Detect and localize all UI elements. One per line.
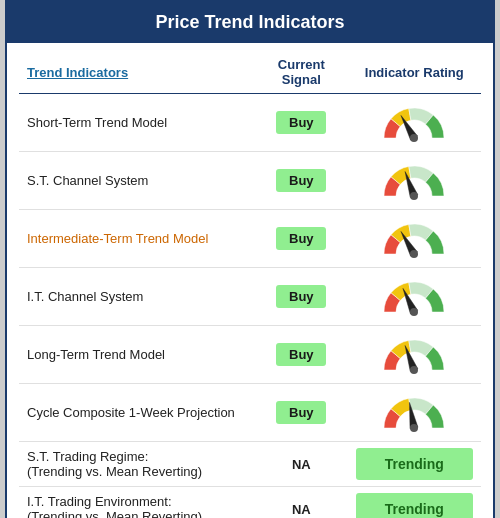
- table-row: S.T. Channel SystemBuy: [19, 152, 481, 210]
- indicator-name: Cycle Composite 1-Week Projection: [19, 384, 255, 442]
- svg-point-4: [410, 366, 418, 374]
- price-trend-card: Price Trend Indicators Trend Indicators …: [5, 0, 495, 518]
- table-row: Short-Term Trend ModelBuy: [19, 94, 481, 152]
- indicator-name: I.T. Trading Environment:(Trending vs. M…: [19, 487, 255, 519]
- col-header-indicators: Trend Indicators: [19, 51, 255, 94]
- rating-cell: Trending: [348, 487, 481, 519]
- signal-cell: NA: [255, 487, 347, 519]
- signal-badge: Buy: [276, 343, 326, 366]
- gauge: [356, 390, 473, 435]
- signal-badge: Buy: [276, 285, 326, 308]
- signal-badge: Buy: [276, 111, 326, 134]
- gauge: [356, 216, 473, 261]
- rating-cell: [348, 210, 481, 268]
- rating-cell: [348, 326, 481, 384]
- gauge: [356, 274, 473, 319]
- svg-point-2: [410, 250, 418, 258]
- signal-cell: Buy: [255, 384, 347, 442]
- signal-cell: NA: [255, 442, 347, 487]
- indicators-table: Trend Indicators Current Signal Indicato…: [19, 51, 481, 518]
- table-row: Long-Term Trend ModelBuy: [19, 326, 481, 384]
- gauge: [356, 100, 473, 145]
- indicator-name: S.T. Channel System: [19, 152, 255, 210]
- rating-cell: [348, 384, 481, 442]
- indicator-name: I.T. Channel System: [19, 268, 255, 326]
- table-row: I.T. Channel SystemBuy: [19, 268, 481, 326]
- indicator-name: Short-Term Trend Model: [19, 94, 255, 152]
- table-container: Trend Indicators Current Signal Indicato…: [7, 43, 493, 518]
- svg-point-1: [410, 192, 418, 200]
- signal-cell: Buy: [255, 94, 347, 152]
- signal-cell: Buy: [255, 268, 347, 326]
- rating-cell: [348, 152, 481, 210]
- signal-cell: Buy: [255, 326, 347, 384]
- svg-point-3: [410, 308, 418, 316]
- signal-cell: Buy: [255, 152, 347, 210]
- signal-badge: Buy: [276, 401, 326, 424]
- table-row: S.T. Trading Regime:(Trending vs. Mean R…: [19, 442, 481, 487]
- indicator-name: Long-Term Trend Model: [19, 326, 255, 384]
- rating-badge: Trending: [356, 448, 473, 480]
- table-row: Intermediate-Term Trend ModelBuy: [19, 210, 481, 268]
- trend-indicators-link[interactable]: Trend Indicators: [27, 65, 128, 80]
- table-row: I.T. Trading Environment:(Trending vs. M…: [19, 487, 481, 519]
- signal-cell: Buy: [255, 210, 347, 268]
- col-header-rating: Indicator Rating: [348, 51, 481, 94]
- rating-cell: [348, 268, 481, 326]
- rating-cell: [348, 94, 481, 152]
- indicator-name: S.T. Trading Regime:(Trending vs. Mean R…: [19, 442, 255, 487]
- gauge: [356, 158, 473, 203]
- svg-point-0: [410, 134, 418, 142]
- svg-point-5: [410, 424, 418, 432]
- col-header-signal: Current Signal: [255, 51, 347, 94]
- indicator-name: Intermediate-Term Trend Model: [19, 210, 255, 268]
- rating-badge: Trending: [356, 493, 473, 518]
- rating-cell: Trending: [348, 442, 481, 487]
- signal-badge: Buy: [276, 169, 326, 192]
- card-title: Price Trend Indicators: [7, 2, 493, 43]
- signal-badge: Buy: [276, 227, 326, 250]
- table-row: Cycle Composite 1-Week ProjectionBuy: [19, 384, 481, 442]
- gauge: [356, 332, 473, 377]
